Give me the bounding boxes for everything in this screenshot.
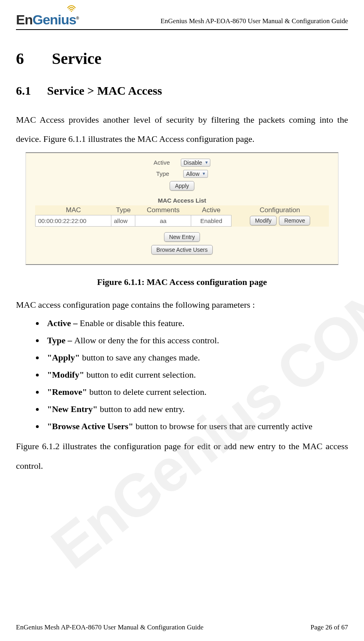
footer-left: EnGenius Mesh AP-EOA-8670 User Manual & … [16, 623, 204, 631]
list-item: Type – Allow or deny the for this access… [44, 334, 348, 347]
cell-comments: aa [135, 215, 191, 226]
bullet-bold: Active – [47, 318, 80, 328]
apply-button[interactable]: Apply [170, 181, 194, 191]
chevron-down-icon: ▼ [202, 171, 206, 176]
section-number: 6.1 [16, 84, 47, 98]
chapter-title: Service [52, 50, 101, 68]
browse-active-users-button[interactable]: Browse Active Users [151, 245, 213, 255]
list-item: Active – Enable or disable this feature. [44, 317, 348, 330]
registered-icon: ® [76, 16, 79, 20]
col-comments: Comments [135, 205, 191, 215]
bullet-text: button to delete current selection. [89, 387, 207, 397]
chapter-heading: 6Service [16, 49, 348, 68]
header-title: EnGenius Mesh AP-EOA-8670 User Manual & … [160, 17, 348, 28]
bullet-bold: Type – [47, 335, 74, 345]
type-value: Allow [186, 171, 199, 177]
col-config: Configuration [231, 205, 328, 215]
bullet-text: button to browse for users that are curr… [135, 421, 313, 431]
figure-caption: Figure 6.1.1: MAC Access configuration p… [16, 277, 348, 287]
new-entry-button[interactable]: New Entry [164, 232, 200, 242]
col-active: Active [191, 205, 231, 215]
bullet-bold: "Remove" [47, 387, 89, 397]
bullet-text: button to edit current selection. [86, 370, 196, 380]
bullet-bold: "New Entry" [47, 404, 100, 414]
parameter-list: Active – Enable or disable this feature.… [44, 317, 348, 433]
logo-genius: Genius [32, 12, 76, 27]
bullet-text: button to save any changes made. [82, 352, 200, 362]
section-heading: 6.1Service > MAC Access [16, 84, 348, 98]
chevron-down-icon: ▼ [204, 160, 208, 165]
cell-active: Enabled [191, 215, 231, 226]
cell-mac: 00:00:00:22:22:00 [36, 215, 111, 226]
bullet-text: Allow or deny the for this access contro… [74, 335, 219, 345]
paragraph-1: MAC Access provides another level of sec… [16, 110, 348, 149]
active-label: Active [154, 159, 178, 166]
active-value: Disable [184, 159, 202, 166]
bullet-bold: "Browse Active Users" [47, 421, 135, 431]
cell-type: allow [111, 215, 135, 226]
figure-screenshot: Active Disable ▼ Type Allow ▼ Apply MAC … [26, 152, 338, 265]
page-footer: EnGenius Mesh AP-EOA-8670 User Manual & … [16, 623, 348, 631]
type-select[interactable]: Allow ▼ [183, 170, 208, 178]
remove-button[interactable]: Remove [279, 216, 310, 225]
bullet-bold: "Apply" [47, 352, 82, 362]
bullet-text: Enable or disable this feature. [80, 318, 184, 328]
list-item: "Modify" button to edit current selectio… [44, 368, 348, 381]
list-item: "New Entry" button to add new entry. [44, 402, 348, 416]
cell-config: Modify Remove [231, 215, 328, 226]
col-mac: MAC [36, 205, 111, 215]
col-type: Type [111, 205, 135, 215]
modify-button[interactable]: Modify [250, 216, 277, 225]
logo-text: EnGenius® [16, 12, 79, 28]
type-label: Type [156, 170, 180, 177]
section-title: Service > MAC Access [47, 84, 162, 97]
list-item: "Apply" button to save any changes made. [44, 351, 348, 364]
logo: EnGenius® [16, 4, 79, 28]
wifi-icon [67, 4, 76, 12]
table-header-row: MAC Type Comments Active Configuration [36, 205, 328, 215]
logo-en: En [16, 12, 32, 27]
list-item: "Browse Active Users" button to browse f… [44, 420, 348, 433]
mac-access-table: MAC Type Comments Active Configuration 0… [35, 205, 328, 227]
bullet-text: button to add new entry. [100, 404, 185, 414]
mac-list-title: MAC Access List [26, 197, 338, 204]
active-select[interactable]: Disable ▼ [181, 159, 211, 167]
list-item: "Remove" button to delete current select… [44, 385, 348, 398]
paragraph-3: Figure 6.1.2 illustrates the configurati… [16, 437, 348, 476]
chapter-number: 6 [16, 49, 52, 68]
bullet-bold: "Modify" [47, 370, 86, 380]
table-row: 00:00:00:22:22:00 allow aa Enabled Modif… [36, 215, 328, 226]
footer-right: Page 26 of 67 [311, 623, 348, 631]
page-header: EnGenius® EnGenius Mesh AP-EOA-8670 User… [16, 4, 348, 30]
paragraph-2: MAC access configuration page contains t… [16, 297, 348, 313]
